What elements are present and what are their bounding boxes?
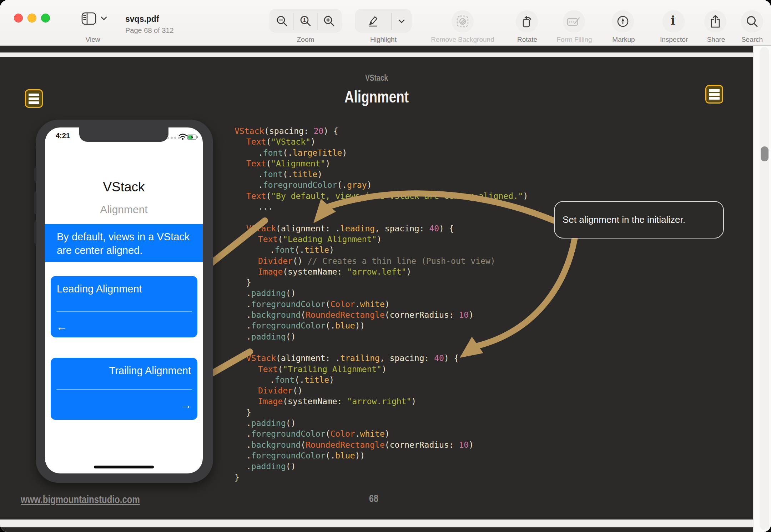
code-line: .padding() bbox=[235, 418, 528, 428]
page-header: VStack bbox=[75, 73, 678, 83]
code-line bbox=[235, 212, 528, 223]
code-line: VStack(alignment: .trailing, spacing: 40… bbox=[235, 353, 528, 363]
code-line: .background(RoundedRectangle(cornerRadiu… bbox=[235, 440, 528, 450]
code-line: .foregroundColor(Color.white) bbox=[235, 428, 528, 439]
leading-alignment-box: Leading Alignment ← bbox=[51, 276, 197, 337]
trailing-alignment-box: Trailing Alignment → bbox=[51, 358, 197, 420]
code-line: ... bbox=[235, 201, 528, 212]
pdf-page: VStack Alignment VStack(spacing: 20) {Te… bbox=[0, 57, 753, 520]
code-line: } bbox=[235, 472, 528, 483]
toc-menu-icon[interactable] bbox=[25, 89, 43, 108]
page-number: 68 bbox=[357, 493, 391, 505]
view-chevron-down-icon[interactable] bbox=[101, 16, 107, 21]
iphone-screen: 4:21 VStack Alignment By default, views … bbox=[45, 127, 203, 473]
remove-background-label: Remove Background bbox=[431, 36, 494, 44]
toc-menu-icon[interactable] bbox=[705, 85, 723, 104]
code-line: Text("Leading Alignment") bbox=[235, 234, 528, 245]
code-line: .background(RoundedRectangle(cornerRadiu… bbox=[235, 310, 528, 320]
code-line bbox=[235, 342, 528, 353]
zoom-window-button[interactable] bbox=[41, 14, 50, 22]
close-window-button[interactable] bbox=[14, 14, 23, 22]
highlight-label: Highlight bbox=[370, 36, 397, 44]
divider-line bbox=[56, 311, 192, 312]
zoom-actual-size-button[interactable]: 1 bbox=[299, 15, 312, 28]
banner-line: are center aligned. bbox=[57, 244, 203, 257]
page-title: Alignment bbox=[75, 87, 678, 106]
code-line: VStack(spacing: 20) { bbox=[235, 126, 528, 136]
cellular-signal-icon bbox=[167, 137, 180, 139]
code-line: Text("By default, views in a VStack are … bbox=[235, 191, 528, 201]
code-line: Divider() // Creates a thin line (Push-o… bbox=[235, 256, 528, 266]
scrollbar-thumb[interactable] bbox=[761, 146, 769, 161]
inspector-label: Inspector bbox=[660, 36, 688, 44]
code-line: .padding() bbox=[235, 288, 528, 298]
battery-charging-icon bbox=[187, 134, 198, 140]
code-line: Text("VStack") bbox=[235, 136, 528, 147]
code-line: Image(systemName: "arrow.left") bbox=[235, 266, 528, 277]
scrollbar-gutter bbox=[753, 46, 771, 532]
zoom-label: Zoom bbox=[297, 36, 314, 44]
callout-bubble: Set alignment in the initializer. bbox=[554, 201, 724, 239]
iphone-frame: 4:21 VStack Alignment By default, views … bbox=[36, 120, 213, 483]
code-listing: VStack(spacing: 20) {Text("VStack").font… bbox=[235, 126, 528, 483]
callout-text: Set alignment in the initializer. bbox=[563, 214, 685, 225]
default-alignment-banner: By default, views in a VStack are center… bbox=[45, 224, 203, 262]
app-subtitle: Alignment bbox=[45, 204, 203, 216]
code-line: .foregroundColor(Color.white) bbox=[235, 299, 528, 310]
divider bbox=[391, 13, 392, 30]
code-line: .font(.largeTitle) bbox=[235, 147, 528, 158]
svg-text:1: 1 bbox=[303, 17, 306, 23]
search-icon[interactable] bbox=[746, 15, 758, 27]
zoom-in-button[interactable] bbox=[323, 15, 336, 28]
code-line: .foregroundColor(.gray) bbox=[235, 180, 528, 190]
rotate-label: Rotate bbox=[517, 36, 537, 44]
banner-line: By default, views in a VStack bbox=[57, 230, 203, 244]
document-title: svqs.pdf bbox=[125, 14, 159, 24]
divider bbox=[317, 13, 318, 30]
minimize-window-button[interactable] bbox=[27, 14, 36, 22]
markup-icon[interactable] bbox=[617, 15, 629, 27]
next-page-edge bbox=[0, 527, 753, 532]
code-line: .foregroundColor(.blue)) bbox=[235, 320, 528, 331]
code-line: .font(.title) bbox=[235, 375, 528, 385]
preview-window: View svqs.pdf Page 68 of 312 1 Zoom High… bbox=[0, 0, 771, 532]
toolbar: View svqs.pdf Page 68 of 312 1 Zoom High… bbox=[0, 0, 771, 46]
view-label: View bbox=[86, 36, 100, 44]
arrow-left-glyph: ← bbox=[56, 320, 67, 333]
code-line: .font(.title) bbox=[235, 169, 528, 180]
highlight-pen-icon[interactable] bbox=[368, 15, 379, 27]
page-indicator: Page 68 of 312 bbox=[125, 26, 174, 35]
status-time: 4:21 bbox=[56, 132, 70, 140]
code-line: .foregroundColor(.blue)) bbox=[235, 450, 528, 461]
rotate-icon[interactable] bbox=[521, 15, 534, 28]
code-line: .font(.title) bbox=[235, 245, 528, 255]
scrollbar-track[interactable] bbox=[760, 47, 769, 530]
sidebar-view-icon[interactable] bbox=[81, 12, 96, 25]
code-line: Text("Trailing Alignment") bbox=[235, 364, 528, 375]
form-filling-icon bbox=[567, 17, 581, 27]
mute-switch bbox=[34, 168, 36, 181]
previous-page-edge bbox=[0, 46, 753, 52]
code-line: Image(systemName: "arrow.right") bbox=[235, 396, 528, 407]
highlight-chevron-down-icon[interactable] bbox=[398, 19, 405, 24]
divider bbox=[293, 13, 294, 30]
code-line: } bbox=[235, 407, 528, 418]
share-label: Share bbox=[707, 36, 725, 44]
leading-alignment-text: Leading Alignment bbox=[57, 283, 142, 295]
remove-background-icon bbox=[457, 15, 469, 27]
pdf-content-area: VStack Alignment VStack(spacing: 20) {Te… bbox=[0, 46, 771, 532]
volume-down-button bbox=[34, 221, 36, 244]
window-chrome: View svqs.pdf Page 68 of 312 1 Zoom High… bbox=[0, 0, 771, 532]
code-line: .padding() bbox=[235, 461, 528, 472]
zoom-out-button[interactable] bbox=[276, 15, 289, 28]
notch bbox=[79, 127, 168, 142]
code-line: .padding() bbox=[235, 331, 528, 342]
code-line: Divider() bbox=[235, 385, 528, 396]
footer-url[interactable]: www.bigmountainstudio.com bbox=[21, 493, 140, 506]
trailing-alignment-text: Trailing Alignment bbox=[109, 365, 191, 377]
search-label: Search bbox=[741, 36, 763, 44]
form-filling-label: Form Filling bbox=[556, 36, 592, 44]
inspector-icon[interactable]: i bbox=[671, 14, 675, 26]
share-icon[interactable] bbox=[710, 14, 721, 29]
home-indicator bbox=[94, 466, 154, 468]
